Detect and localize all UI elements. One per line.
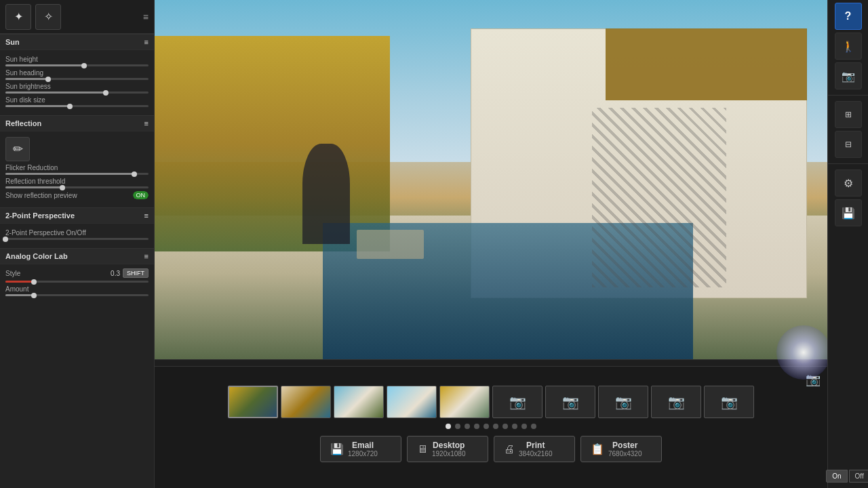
perspective-section-header[interactable]: 2-Point Perspective ≡ bbox=[0, 207, 154, 224]
export-print-button[interactable]: 🖨 Print 3840x2160 bbox=[494, 436, 575, 462]
off-button[interactable]: Off bbox=[849, 470, 868, 483]
dot-8[interactable] bbox=[512, 424, 517, 429]
thumbnail-7[interactable]: 📷 bbox=[545, 386, 595, 418]
export-desktop-sub: 1920x1080 bbox=[432, 450, 466, 458]
analog-style-track[interactable] bbox=[5, 281, 149, 283]
thumbnail-10[interactable]: 📷 bbox=[704, 386, 754, 418]
dot-6[interactable] bbox=[493, 424, 498, 429]
thumbnail-1[interactable] bbox=[228, 386, 278, 418]
sun-brightness-label: Sun brightness bbox=[5, 83, 149, 90]
dot-10[interactable] bbox=[531, 424, 536, 429]
dot-2[interactable] bbox=[455, 424, 460, 429]
sun-heading-track[interactable] bbox=[5, 78, 149, 80]
reflection-threshold-thumb[interactable] bbox=[60, 185, 65, 190]
perspective-slider-label: 2-Point Perspective On/Off bbox=[5, 229, 149, 237]
thumbnail-4[interactable] bbox=[387, 386, 437, 418]
camera-icon-10: 📷 bbox=[721, 394, 738, 410]
dot-row bbox=[155, 421, 827, 432]
export-poster-button[interactable]: 📋 Poster 7680x4320 bbox=[580, 436, 662, 462]
right-sidebar: ? 🚶 📷 ⊞ ⊟ ⚙ 💾 On Off bbox=[827, 0, 868, 488]
camera-icon-7: 📷 bbox=[562, 394, 579, 410]
dot-5[interactable] bbox=[484, 424, 489, 429]
camera-top-icon[interactable]: 📷 bbox=[806, 372, 821, 387]
reflection-toggle[interactable]: ON bbox=[133, 191, 149, 199]
reflection-section-header[interactable]: Reflection ≡ bbox=[0, 115, 154, 131]
perspective-thumb[interactable] bbox=[3, 237, 8, 242]
analog-style-thumb[interactable] bbox=[31, 279, 37, 285]
export-email-title: Email bbox=[348, 441, 378, 450]
export-desktop-button[interactable]: 🖥 Desktop 1920x1080 bbox=[407, 436, 488, 462]
dot-1[interactable] bbox=[446, 424, 451, 429]
dot-3[interactable] bbox=[465, 424, 470, 429]
on-button[interactable]: On bbox=[826, 470, 847, 483]
grid-plus-button[interactable]: ⊞ bbox=[835, 101, 862, 128]
sun-brightness-row: Sun brightness bbox=[5, 83, 149, 94]
export-email-button[interactable]: 💾 Email 868x488 bbox=[320, 436, 401, 462]
thumbnail-9[interactable]: 📷 bbox=[651, 386, 701, 418]
reflection-threshold-label: Reflection threshold bbox=[5, 178, 149, 185]
thumb-img-3 bbox=[334, 386, 383, 418]
flicker-reduction-thumb[interactable] bbox=[132, 171, 137, 177]
camera-icon-9: 📷 bbox=[668, 394, 685, 410]
analog-amount-thumb[interactable] bbox=[31, 293, 37, 298]
dot-7[interactable] bbox=[502, 424, 508, 429]
thumb-img-4 bbox=[387, 386, 436, 418]
right-sidebar-divider-2 bbox=[828, 163, 868, 164]
sidebar-icon-2[interactable]: ✧ bbox=[35, 4, 61, 30]
sun-brightness-thumb[interactable] bbox=[103, 90, 108, 96]
sun-section-header[interactable]: Sun ≡ bbox=[0, 34, 154, 50]
sun-brightness-track[interactable] bbox=[5, 92, 149, 94]
export-row: 💾 Email 868x488 🖥 Desktop 1920x1080 🖨 P… bbox=[155, 432, 827, 466]
dot-9[interactable] bbox=[521, 424, 527, 429]
grid-minus-button[interactable]: ⊟ bbox=[835, 131, 862, 158]
thumbnail-6[interactable]: 📷 bbox=[492, 386, 542, 418]
sun-height-thumb[interactable] bbox=[81, 63, 87, 68]
thumbnail-2[interactable] bbox=[281, 386, 331, 418]
sun-section-menu[interactable]: ≡ bbox=[144, 38, 149, 46]
analog-shift-button[interactable]: SHIFT bbox=[123, 268, 149, 278]
reflection-toggle-state: ON bbox=[133, 191, 149, 199]
export-email-content: Email 868x488 bbox=[348, 441, 378, 458]
dot-4[interactable] bbox=[474, 424, 479, 429]
reflection-pencil-icon[interactable]: ✏ bbox=[5, 137, 30, 161]
perspective-track[interactable] bbox=[5, 238, 149, 240]
sidebar-icon-1[interactable]: ✦ bbox=[5, 4, 31, 30]
sun-section-title: Sun bbox=[5, 38, 20, 46]
analog-section-title: Analog Color Lab bbox=[5, 252, 68, 260]
settings-button[interactable]: ⚙ bbox=[835, 169, 862, 197]
thumb-img-2 bbox=[281, 386, 330, 418]
sidebar-menu-icon[interactable]: ≡ bbox=[143, 12, 149, 22]
walk-button[interactable]: 🚶 bbox=[835, 33, 862, 60]
sun-height-track[interactable] bbox=[5, 64, 149, 66]
analog-amount-fill bbox=[5, 294, 34, 296]
save-button[interactable]: 💾 bbox=[835, 199, 862, 226]
thumbnail-3[interactable] bbox=[334, 386, 384, 418]
help-button[interactable]: ? bbox=[835, 3, 862, 30]
analog-amount-track[interactable] bbox=[5, 294, 149, 296]
render-trees bbox=[155, 36, 390, 251]
reflection-section-menu[interactable]: ≡ bbox=[144, 119, 149, 127]
sun-heading-thumb[interactable] bbox=[45, 77, 51, 82]
reflection-threshold-track[interactable] bbox=[5, 186, 149, 188]
analog-section-menu[interactable]: ≡ bbox=[144, 252, 149, 260]
star-plus-icon: ✦ bbox=[14, 10, 23, 23]
analog-section-header[interactable]: Analog Color Lab ≡ bbox=[0, 248, 154, 264]
perspective-section-menu[interactable]: ≡ bbox=[144, 211, 149, 220]
analog-section-content: Style 0.3 SHIFT Amount bbox=[0, 264, 154, 304]
desktop-icon: 🖥 bbox=[417, 443, 428, 455]
walk-icon: 🚶 bbox=[842, 40, 855, 53]
flicker-reduction-track[interactable] bbox=[5, 173, 149, 175]
render-scene bbox=[155, 0, 827, 359]
settings-icon: ⚙ bbox=[844, 177, 853, 190]
sun-heading-fill bbox=[5, 78, 48, 80]
sun-disk-track[interactable] bbox=[5, 105, 149, 107]
thumbnail-5[interactable] bbox=[439, 386, 490, 418]
analog-style-slider-row bbox=[5, 281, 149, 283]
camera-right-icon: 📷 bbox=[842, 70, 855, 83]
sun-disk-thumb[interactable] bbox=[67, 104, 73, 109]
thumbnail-8[interactable]: 📷 bbox=[598, 386, 648, 418]
export-poster-sub: 7680x4320 bbox=[608, 450, 642, 458]
export-poster-title: Poster bbox=[608, 441, 642, 450]
camera-button[interactable]: 📷 bbox=[835, 62, 862, 89]
right-bottom-controls: On Off bbox=[826, 470, 868, 488]
